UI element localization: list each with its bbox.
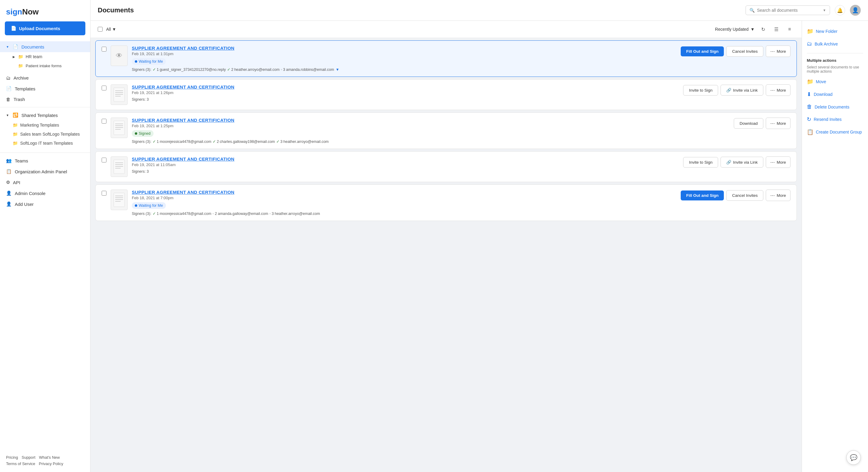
more-button-5[interactable]: ⋯ More <box>766 190 790 201</box>
privacy-link[interactable]: Privacy Policy <box>39 462 63 466</box>
doc-5-checkbox[interactable] <box>102 191 106 196</box>
doc-2-signers: Signers: 3 <box>132 97 679 102</box>
folder-icon: 📁 <box>18 54 23 59</box>
bulk-archive-button[interactable]: 🗂 Bulk Archive <box>807 39 863 48</box>
download-button[interactable]: ⬇ Download <box>807 90 863 99</box>
folder-icon: 📁 <box>18 63 23 68</box>
doc-2-thumbnail <box>111 85 128 105</box>
invite-link-button-2[interactable]: 🔗 Invite via Link <box>720 85 763 96</box>
chat-button[interactable]: 💬 <box>846 450 861 465</box>
logo-now: Now <box>22 7 39 16</box>
fill-out-sign-button-1[interactable]: Fill Out and Sign <box>681 46 724 56</box>
doc-3-signers: Signers (3): ✓ 1 moorejessica4478@gmail.… <box>132 139 730 144</box>
fill-out-sign-button-5[interactable]: Fill Out and Sign <box>681 191 724 200</box>
sidebar-item-marketing-templates[interactable]: 📁 Marketing Templates <box>0 121 90 130</box>
all-filter-dropdown[interactable]: All ▼ <box>106 27 116 32</box>
doc-3-checkbox[interactable] <box>102 119 106 124</box>
invite-sign-button-2[interactable]: Invite to Sign <box>683 85 718 96</box>
share-icon: 🔁 <box>13 112 19 118</box>
document-card-1: 👁 SUPPLIER AGREEMENT AND CERTIFICATION F… <box>95 40 797 77</box>
doc-4-thumbnail <box>111 157 128 177</box>
doc-3-thumbnail <box>111 117 128 138</box>
more-button-1[interactable]: ⋯ More <box>766 45 790 57</box>
sidebar-item-api[interactable]: ⚙ API <box>0 177 90 188</box>
sidebar-item-patient-intake[interactable]: 📁 Patient intake forms <box>0 61 90 70</box>
new-folder-icon: 📁 <box>807 28 813 35</box>
page-header: Documents 🔍 ▼ 🔔 👤 <box>91 0 868 21</box>
sidebar-item-teams[interactable]: 👥 Teams <box>0 155 90 166</box>
new-folder-button[interactable]: 📁 New Folder <box>807 27 863 36</box>
doc-4-checkbox[interactable] <box>102 158 106 163</box>
filter-options-button[interactable]: ☰ <box>772 25 781 34</box>
logo-sign: sign <box>6 7 22 16</box>
more-button-3[interactable]: ⋯ More <box>766 117 790 129</box>
dots-icon: ⋯ <box>770 193 775 198</box>
sidebar-item-trash[interactable]: 🗑 Trash <box>0 94 90 105</box>
resend-icon: ↻ <box>807 116 811 123</box>
doc-4-title[interactable]: SUPPLIER AGREEMENT AND CERTIFICATION <box>132 157 679 162</box>
document-card-4: SUPPLIER AGREEMENT AND CERTIFICATION Feb… <box>95 151 797 182</box>
move-button[interactable]: 📁 Move <box>807 77 863 86</box>
more-button-4[interactable]: ⋯ More <box>766 157 790 168</box>
caret-down-icon: ▼ <box>6 45 9 48</box>
doc-4-info: SUPPLIER AGREEMENT AND CERTIFICATION Feb… <box>132 157 679 174</box>
checkmark-icon: ✓ <box>153 211 156 216</box>
delete-documents-button[interactable]: 🗑 Delete Documents <box>807 102 863 111</box>
more-button-2[interactable]: ⋯ More <box>766 85 790 96</box>
sidebar-item-shared-templates[interactable]: ▼ 🔁 Shared Templates <box>0 110 90 121</box>
terms-link[interactable]: Terms of Service <box>6 462 35 466</box>
dropdown-arrow-icon: ▼ <box>112 27 116 32</box>
doc-3-title[interactable]: SUPPLIER AGREEMENT AND CERTIFICATION <box>132 117 730 123</box>
signer-2: ✓ 2 charles.galloway198@email.com <box>213 139 275 144</box>
page-title: Documents <box>98 6 741 14</box>
support-link[interactable]: Support <box>22 455 36 460</box>
list-view-icon: ≡ <box>788 27 791 32</box>
doc-1-status-badge: Waiting for Me <box>132 58 166 65</box>
document-card-5: SUPPLIER AGREEMENT AND CERTIFICATION Feb… <box>95 184 797 221</box>
download-button-3[interactable]: Download <box>734 118 763 129</box>
sidebar-item-admin-console[interactable]: 👤 Admin Console <box>0 188 90 199</box>
view-options-button[interactable]: ≡ <box>785 25 795 34</box>
invite-sign-button-4[interactable]: Invite to Sign <box>683 157 718 168</box>
shared-templates-section: ▼ 🔁 Shared Templates 📁 Marketing Templat… <box>0 110 90 150</box>
doc-1-title[interactable]: SUPPLIER AGREEMENT AND CERTIFICATION <box>132 45 677 50</box>
search-dropdown-arrow-icon[interactable]: ▼ <box>823 8 826 12</box>
notifications-button[interactable]: 🔔 <box>835 5 845 15</box>
doc-2-info: SUPPLIER AGREEMENT AND CERTIFICATION Feb… <box>132 85 679 102</box>
api-icon: ⚙ <box>6 180 10 185</box>
sidebar-item-sales-team[interactable]: 📁 Sales team SoftLogo Templates <box>0 130 90 139</box>
doc-2-title[interactable]: SUPPLIER AGREEMENT AND CERTIFICATION <box>132 85 679 90</box>
sidebar-item-templates[interactable]: 📄 Templates <box>0 83 90 94</box>
cancel-invites-button-5[interactable]: Cancel Invites <box>726 190 763 201</box>
document-card-2: SUPPLIER AGREEMENT AND CERTIFICATION Feb… <box>95 79 797 110</box>
doc-2-checkbox[interactable] <box>102 86 106 91</box>
cancel-invites-button-1[interactable]: Cancel Invites <box>726 46 763 57</box>
doc-5-title[interactable]: SUPPLIER AGREEMENT AND CERTIFICATION <box>132 190 677 195</box>
upload-documents-button[interactable]: 📄 Upload Documents <box>5 22 85 35</box>
sidebar-item-add-user[interactable]: 👤 Add User <box>0 199 90 209</box>
sort-dropdown[interactable]: Recently Updated ▼ <box>715 27 754 32</box>
select-all-checkbox[interactable] <box>98 27 102 32</box>
whats-new-link[interactable]: What's New <box>39 455 60 460</box>
refresh-button[interactable]: ↻ <box>758 25 768 34</box>
doc-2-date: Feb 19, 2021 at 1:26pm <box>132 91 679 95</box>
signer-1: ✓ 1 guest_signer_373412012270@no.reply <box>153 67 226 72</box>
sidebar-item-softlogo-it[interactable]: 📁 SoftLogo IT team Templates <box>0 139 90 148</box>
doc-1-checkbox[interactable] <box>102 47 106 52</box>
create-document-group-button[interactable]: 📋 Create Document Group <box>807 128 863 137</box>
invite-link-button-4[interactable]: 🔗 Invite via Link <box>720 157 763 168</box>
search-box[interactable]: 🔍 ▼ <box>746 5 830 15</box>
resend-invites-button[interactable]: ↻ Resend Invites <box>807 115 863 124</box>
search-input[interactable] <box>757 8 817 13</box>
expand-icon[interactable]: ▼ <box>336 68 339 72</box>
sidebar-item-archive[interactable]: 🗂 Archive <box>0 73 90 83</box>
sidebar-item-hr-team[interactable]: ▶ 📁 HR team <box>0 52 90 61</box>
admin-icon: 👤 <box>6 191 12 196</box>
main-content: Documents 🔍 ▼ 🔔 👤 All ▼ Rec <box>91 0 868 472</box>
user-avatar-button[interactable]: 👤 <box>850 5 861 16</box>
sidebar-item-documents[interactable]: ▼ 📄 Documents <box>0 41 90 52</box>
doc-thumbnail-svg <box>113 120 125 135</box>
doc-5-thumbnail <box>111 190 128 210</box>
pricing-link[interactable]: Pricing <box>6 455 18 460</box>
sidebar-item-org-admin[interactable]: 📋 Organization Admin Panel <box>0 166 90 177</box>
